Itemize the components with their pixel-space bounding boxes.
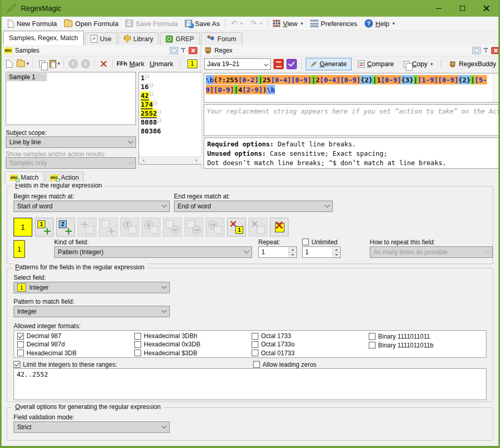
copy-sample-button[interactable] bbox=[37, 58, 47, 69]
tab-library[interactable]: Library bbox=[118, 32, 159, 45]
horizontal-scrollbar[interactable] bbox=[139, 156, 201, 164]
field-1-indicator-button[interactable]: 1 bbox=[14, 218, 32, 237]
format-checkbox[interactable] bbox=[252, 341, 258, 348]
format-checkbox[interactable] bbox=[134, 350, 141, 356]
move-field-right-button[interactable] bbox=[184, 218, 203, 237]
field-validation-select[interactable]: Strict bbox=[14, 421, 170, 433]
hex-mode-button[interactable]: FFh bbox=[117, 58, 127, 69]
close-panel-icon[interactable] bbox=[491, 47, 500, 54]
tab-grep[interactable]: GREP bbox=[160, 32, 199, 45]
help-menu-button[interactable]: ?Help▾ bbox=[361, 17, 398, 30]
spinner-arrows[interactable] bbox=[332, 247, 340, 257]
add-field-2-button[interactable]: 2+ bbox=[56, 218, 75, 237]
tab-forum[interactable]: Forum bbox=[201, 32, 242, 45]
format-checkbox[interactable] bbox=[369, 342, 376, 349]
preferences-button[interactable]: Preferences bbox=[307, 17, 361, 30]
format-checkbox-row[interactable]: Hexadecimal 0x3DB bbox=[134, 340, 252, 349]
close-button[interactable] bbox=[474, 0, 498, 17]
tab-samples-regex-match[interactable]: Samples, Regex, Match bbox=[3, 31, 84, 45]
max-repeat-spinner[interactable]: 1 bbox=[302, 246, 341, 258]
replacement-editor[interactable]: Your replacement string appears here if … bbox=[204, 104, 500, 136]
delete-sample-button[interactable] bbox=[98, 58, 109, 69]
select-field-select[interactable]: 1 Integer bbox=[14, 282, 170, 293]
mark-link[interactable]: Mark bbox=[129, 60, 144, 68]
close-panel-icon[interactable] bbox=[189, 47, 197, 54]
insert-field-before-button[interactable]: + bbox=[78, 218, 96, 237]
regex-editor[interactable]: \b(?:255[0-2]|25[0-4][0-9]|2[0-4][0-9]{2… bbox=[204, 73, 500, 103]
tab-use[interactable]: Use bbox=[85, 32, 117, 45]
format-checkbox[interactable] bbox=[134, 341, 141, 348]
paste-sample-button[interactable]: ▾ bbox=[49, 58, 60, 69]
sample-list[interactable]: Sample 1 bbox=[6, 72, 136, 125]
maximize-button[interactable] bbox=[451, 0, 474, 17]
leading-zeros-row[interactable]: Allow leading zeros bbox=[253, 360, 316, 369]
delete-field-button[interactable]: × bbox=[248, 218, 267, 237]
end-match-select[interactable]: End of word bbox=[174, 201, 333, 212]
vertical-scrollbar[interactable] bbox=[493, 73, 500, 102]
regexbuddy-button[interactable]: RegexBuddy bbox=[445, 58, 500, 70]
view-menu-button[interactable]: View▾ bbox=[269, 17, 306, 30]
format-checkbox-row[interactable]: Binary 1111011011 bbox=[369, 332, 486, 341]
new-formula-button[interactable]: New Formula bbox=[4, 17, 60, 30]
begin-match-select[interactable]: Start of word bbox=[14, 201, 170, 212]
move-field-up-button[interactable] bbox=[120, 218, 139, 237]
undo-button[interactable]: ▾ bbox=[227, 17, 246, 30]
format-checkbox[interactable] bbox=[252, 333, 258, 340]
save-as-button[interactable]: ↑Save As bbox=[181, 17, 223, 30]
how-repeat-select[interactable]: As many times as possible bbox=[370, 246, 493, 258]
format-checkbox[interactable] bbox=[17, 350, 24, 356]
format-checkbox[interactable] bbox=[252, 350, 258, 356]
move-sample-up-button[interactable]: ↑ bbox=[68, 58, 78, 69]
new-sample-button[interactable] bbox=[4, 58, 15, 69]
delete-field-1-button[interactable]: ×1 bbox=[227, 218, 246, 237]
kind-of-field-select[interactable]: Pattern (Integer) bbox=[54, 246, 252, 258]
format-checkbox-row[interactable]: Binary 1111011011b bbox=[369, 341, 486, 350]
restore-panel-icon[interactable] bbox=[170, 47, 178, 54]
leading-zeros-checkbox[interactable] bbox=[253, 361, 260, 368]
save-formula-button[interactable]: Save Formula bbox=[122, 17, 181, 30]
unlimited-checkbox[interactable] bbox=[302, 239, 309, 245]
sample-text-editor[interactable]: 1CRLF16CRLF42CRLF174CRLF2552CRLF8088CRLF… bbox=[139, 72, 209, 165]
format-checkbox-row[interactable]: Octal 1733 bbox=[252, 332, 369, 340]
format-checkbox-row[interactable]: Decimal 987 bbox=[17, 332, 134, 340]
pin-icon[interactable] bbox=[180, 47, 186, 54]
format-checkbox-row[interactable]: Hexadecimal $3DB bbox=[134, 349, 252, 357]
subject-scope-select[interactable]: Line by line bbox=[6, 136, 136, 148]
format-checkbox-row[interactable]: Octal 01733 bbox=[252, 349, 369, 357]
tab-match[interactable]: abcMatch bbox=[5, 171, 44, 183]
format-checkbox-row[interactable]: Decimal 987d bbox=[17, 340, 134, 349]
add-field-1-button[interactable]: 1+ bbox=[35, 218, 54, 237]
minimize-button[interactable] bbox=[427, 0, 451, 17]
spinner-arrows[interactable] bbox=[289, 247, 296, 257]
compare-button[interactable]: Compare bbox=[354, 58, 397, 70]
redo-button[interactable]: ▾ bbox=[246, 17, 266, 30]
insert-field-after-button[interactable]: + bbox=[99, 218, 118, 237]
move-field-down-button[interactable] bbox=[142, 218, 160, 237]
copy-button[interactable]: Copy▾ bbox=[400, 58, 436, 70]
move-sample-down-button[interactable]: ↓ bbox=[80, 58, 91, 69]
format-checkbox-row[interactable]: Hexadecimal 3DBh bbox=[134, 332, 252, 340]
format-checkbox-row[interactable]: Octal 1733o bbox=[252, 340, 369, 349]
pattern-to-match-select[interactable]: Integer bbox=[14, 306, 170, 317]
limit-ranges-checkbox[interactable] bbox=[14, 361, 20, 368]
move-field-left-button[interactable] bbox=[163, 218, 182, 237]
repeat-spinner[interactable]: 1 bbox=[258, 246, 297, 258]
show-samples-select[interactable]: Samples only bbox=[6, 157, 136, 169]
flavor-select[interactable]: Java 19–21 bbox=[204, 58, 271, 70]
open-sample-button[interactable]: ▾ bbox=[17, 58, 29, 69]
move-field-out-button[interactable] bbox=[206, 218, 224, 237]
limit-ranges-row[interactable]: Limit the integers to these ranges: bbox=[14, 360, 117, 369]
format-checkbox[interactable] bbox=[17, 333, 24, 340]
pin-icon[interactable] bbox=[483, 47, 489, 54]
format-checkbox-row[interactable]: Hexadecimal 3DB bbox=[17, 349, 134, 357]
unlimited-checkbox-row[interactable]: Unlimited bbox=[302, 238, 338, 246]
mark-color-badge[interactable]: 1 bbox=[188, 59, 197, 68]
generate-button[interactable]: Generate bbox=[306, 58, 352, 70]
format-checkbox[interactable] bbox=[369, 333, 376, 340]
sample-list-item[interactable]: Sample 1 bbox=[7, 73, 47, 81]
restore-panel-icon[interactable] bbox=[472, 47, 481, 54]
flavor-check-button[interactable] bbox=[286, 59, 297, 69]
unmark-link[interactable]: Unmark bbox=[149, 60, 173, 68]
open-formula-button[interactable]: Open Formula bbox=[60, 17, 122, 30]
delete-all-fields-button[interactable]: × bbox=[270, 218, 289, 237]
